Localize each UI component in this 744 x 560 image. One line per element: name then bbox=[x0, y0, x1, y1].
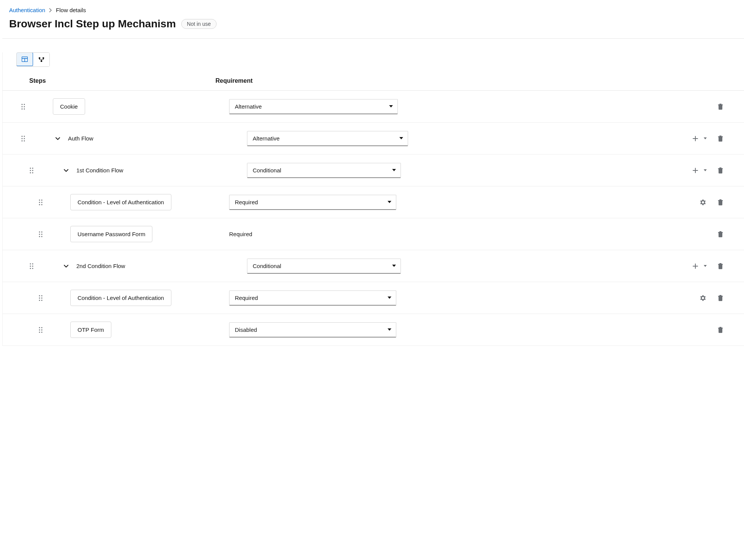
requirement-select[interactable]: Alternative bbox=[229, 99, 398, 114]
plus-icon bbox=[693, 168, 698, 173]
gear-icon bbox=[700, 199, 706, 205]
svg-point-51 bbox=[39, 236, 40, 237]
svg-point-83 bbox=[41, 331, 43, 333]
trash-icon bbox=[718, 199, 723, 205]
svg-rect-56 bbox=[720, 231, 722, 232]
row-actions bbox=[715, 325, 730, 335]
svg-point-11 bbox=[24, 108, 25, 109]
drag-handle[interactable] bbox=[34, 199, 47, 205]
svg-point-28 bbox=[30, 170, 31, 171]
diagram-icon bbox=[38, 57, 44, 62]
settings-button[interactable] bbox=[698, 293, 708, 303]
step-chip[interactable]: Cookie bbox=[53, 98, 85, 115]
trash-icon bbox=[718, 295, 723, 301]
step-cell: 1st Condition Flow bbox=[38, 162, 247, 178]
trash-icon bbox=[718, 167, 723, 174]
svg-point-69 bbox=[39, 297, 40, 298]
expand-toggle[interactable] bbox=[53, 137, 63, 140]
add-menu-toggle[interactable] bbox=[702, 261, 708, 271]
drag-handle[interactable] bbox=[25, 263, 38, 269]
add-menu-toggle[interactable] bbox=[702, 165, 708, 176]
add-button[interactable] bbox=[690, 261, 701, 271]
requirement-select[interactable]: Alternative bbox=[247, 131, 408, 146]
svg-point-39 bbox=[41, 202, 43, 203]
delete-button[interactable] bbox=[715, 293, 726, 303]
svg-point-27 bbox=[32, 167, 33, 169]
requirement-select[interactable]: Disabled bbox=[229, 322, 396, 338]
svg-point-58 bbox=[32, 263, 33, 264]
drag-handle[interactable] bbox=[25, 167, 38, 174]
svg-point-38 bbox=[39, 202, 40, 203]
svg-rect-35 bbox=[720, 167, 722, 168]
drag-handle[interactable] bbox=[34, 327, 47, 333]
svg-rect-66 bbox=[720, 263, 722, 264]
svg-point-18 bbox=[22, 138, 23, 139]
step-cell: 2nd Condition Flow bbox=[38, 258, 247, 274]
svg-point-60 bbox=[32, 265, 33, 267]
svg-rect-15 bbox=[720, 104, 722, 104]
requirement-select[interactable]: Conditional bbox=[247, 163, 401, 178]
requirement-select[interactable]: Required bbox=[229, 290, 396, 306]
drag-handle[interactable] bbox=[34, 231, 47, 237]
caret-down-icon bbox=[392, 169, 396, 171]
delete-button[interactable] bbox=[715, 133, 726, 144]
step-label: Auth Flow bbox=[68, 131, 93, 146]
table-headers: Steps Requirement bbox=[3, 77, 744, 91]
svg-point-80 bbox=[39, 329, 40, 330]
svg-point-47 bbox=[39, 231, 40, 232]
svg-rect-45 bbox=[718, 200, 723, 201]
add-button[interactable] bbox=[690, 133, 701, 144]
svg-rect-34 bbox=[718, 168, 723, 169]
requirement-value: Alternative bbox=[235, 103, 262, 110]
step-chip[interactable]: OTP Form bbox=[70, 322, 111, 338]
view-toggle bbox=[16, 52, 50, 67]
step-chip[interactable]: Condition - Level of Authentication bbox=[70, 290, 171, 306]
delete-button[interactable] bbox=[715, 325, 726, 335]
svg-point-49 bbox=[39, 233, 40, 235]
svg-point-73 bbox=[702, 297, 704, 299]
svg-point-72 bbox=[41, 300, 43, 301]
svg-point-50 bbox=[41, 233, 43, 235]
delete-button[interactable] bbox=[715, 101, 726, 112]
svg-point-61 bbox=[30, 268, 31, 269]
diagram-view-button[interactable] bbox=[33, 53, 49, 66]
expand-toggle[interactable] bbox=[61, 169, 71, 172]
flow-row: Username Password FormRequired bbox=[3, 218, 744, 250]
requirement-cell: Required bbox=[229, 227, 396, 241]
delete-button[interactable] bbox=[715, 165, 726, 176]
add-menu-toggle[interactable] bbox=[702, 133, 708, 144]
requirement-value: Conditional bbox=[253, 167, 281, 174]
drag-handle[interactable] bbox=[34, 295, 47, 301]
caret-down-icon bbox=[399, 137, 403, 139]
breadcrumb-parent-link[interactable]: Authentication bbox=[9, 7, 45, 13]
delete-button[interactable] bbox=[715, 261, 726, 271]
svg-rect-86 bbox=[718, 328, 723, 328]
plus-icon bbox=[693, 263, 698, 269]
flow-row: Condition - Level of AuthenticationRequi… bbox=[3, 282, 744, 314]
svg-rect-65 bbox=[718, 264, 723, 265]
drag-handle[interactable] bbox=[16, 136, 30, 142]
trash-icon bbox=[718, 136, 723, 142]
settings-button[interactable] bbox=[698, 197, 708, 208]
add-button[interactable] bbox=[690, 165, 701, 176]
requirement-select[interactable]: Conditional bbox=[247, 259, 401, 274]
step-chip[interactable]: Condition - Level of Authentication bbox=[70, 194, 171, 210]
row-actions bbox=[715, 229, 730, 240]
step-cell: Condition - Level of Authentication bbox=[47, 194, 229, 210]
breadcrumb-current: Flow details bbox=[56, 7, 86, 13]
breadcrumb: Authentication Flow details bbox=[0, 0, 744, 18]
caret-down-icon bbox=[388, 297, 391, 299]
drag-handle[interactable] bbox=[16, 104, 30, 110]
svg-point-9 bbox=[24, 106, 25, 107]
expand-toggle[interactable] bbox=[61, 265, 71, 268]
requirement-cell: Conditional bbox=[247, 259, 401, 274]
delete-button[interactable] bbox=[715, 197, 726, 208]
gear-icon bbox=[700, 295, 706, 301]
requirement-cell: Required bbox=[229, 195, 396, 210]
delete-button[interactable] bbox=[715, 229, 726, 240]
requirement-select[interactable]: Required bbox=[229, 195, 396, 210]
table-view-button[interactable] bbox=[16, 52, 33, 66]
step-chip[interactable]: Username Password Form bbox=[70, 226, 152, 242]
svg-point-42 bbox=[702, 202, 704, 203]
svg-point-16 bbox=[22, 136, 23, 137]
